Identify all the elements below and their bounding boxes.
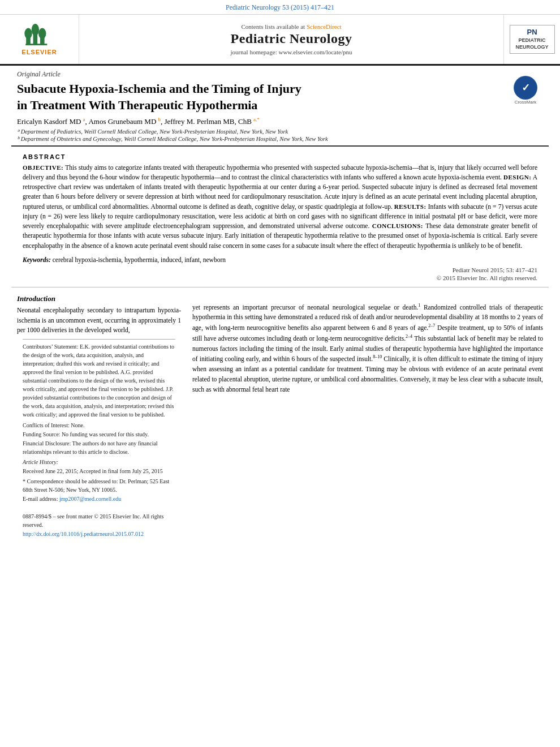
left-column: Introduction Neonatal encephalopathy sec… <box>11 290 187 542</box>
footnotes: Contributors’ Statement: E.K. provided s… <box>23 339 175 538</box>
contributors-note: Contributors’ Statement: E.K. provided s… <box>23 342 175 419</box>
article-title: Subacute Hypoxia-Ischemia and the Timing… <box>17 81 543 113</box>
keywords-label: Keywords: <box>23 256 51 263</box>
received-note: Received June 22, 2015; Accepted in fina… <box>23 467 175 475</box>
authors-line: Ericalyn Kasdorf MD a, Amos Grunebaum MD… <box>17 113 543 127</box>
crossmark-badge[interactable]: ✓ CrossMark <box>514 76 537 105</box>
journal-header: ELSEVIER Contents lists available at Sci… <box>0 15 560 66</box>
ref2-7: 2–7 <box>428 323 435 328</box>
neurology-label: NEUROLOGY <box>512 44 552 51</box>
affiliations: ᵃ Department of Pediatrics, Weill Cornel… <box>17 128 543 142</box>
affil-sup-b: b <box>158 117 161 122</box>
journal-citation-text: Pediatric Neurology 53 (2015) 417–421 <box>226 3 334 11</box>
article-history-label: Article History: <box>23 458 175 466</box>
elsevier-tree-icon <box>23 24 57 46</box>
sciencedirect-link[interactable]: ScienceDirect <box>307 23 342 30</box>
abstract-title: ABSTRACT <box>23 153 537 160</box>
objective-text: This study aims to categorize infants tr… <box>23 164 537 181</box>
body-two-col: Introduction Neonatal encephalopathy sec… <box>0 290 560 542</box>
article-header-block: ✓ CrossMark Original Article Subacute Hy… <box>0 66 560 142</box>
elsevier-logo-section: ELSEVIER <box>0 15 79 64</box>
affil-sup-a: a <box>83 117 85 122</box>
svg-text:✓: ✓ <box>522 82 530 93</box>
svg-rect-6 <box>25 44 47 45</box>
journal-logo-box: PN PEDIATRIC NEUROLOGY <box>510 25 555 53</box>
introduction-title: Introduction <box>17 294 181 303</box>
article-type: Original Article <box>17 70 543 79</box>
ref2-4: 2–4 <box>406 334 412 339</box>
intro-left-text: Neonatal encephalopathy secondary to int… <box>17 306 181 336</box>
issn-note: 0887-8994/$ – see front matter © 2015 El… <box>23 512 175 529</box>
pediatric-label: PEDIATRIC <box>512 37 552 44</box>
email-link[interactable]: jmp2007@med.cornell.edu <box>59 496 121 502</box>
keywords-text: cerebral hypoxia-ischemia, hypothermia, … <box>51 256 226 263</box>
affil-b: ᵇ Department of Obstetrics and Gynecolog… <box>17 135 543 142</box>
conclusions-label: CONCLUSIONS: <box>372 222 423 229</box>
pn-logo-text: PN <box>512 28 552 37</box>
homepage-line: journal homepage: www.elsevier.com/locat… <box>231 49 352 55</box>
financial-note: Financial Disclosure: The authors do not… <box>23 439 175 456</box>
keywords-line: Keywords: cerebral hypoxia-ischemia, hyp… <box>0 254 560 265</box>
affil-sup-star: * <box>257 117 260 122</box>
contents-label: Contents lists available at <box>241 23 306 30</box>
email-note: E-mail address: jmp2007@med.cornell.edu <box>23 495 175 503</box>
svg-point-1 <box>24 28 32 38</box>
design-label: DESIGN: <box>503 174 531 181</box>
email-label: E-mail address: <box>23 496 58 502</box>
results-label: RESULTS: <box>394 203 427 210</box>
copyright-line: © 2015 Elsevier Inc. All rights reserved… <box>0 274 560 285</box>
crossmark-icon: ✓ <box>514 76 537 100</box>
journal-right-section: PN PEDIATRIC NEUROLOGY <box>503 15 560 64</box>
objective-label: OBJECTIVE: <box>23 164 63 171</box>
divider-before-body <box>11 287 549 287</box>
journal-center-section: Contents lists available at ScienceDirec… <box>79 15 503 64</box>
abstract-text: OBJECTIVE: This study aims to categorize… <box>23 163 537 251</box>
intro-left-content: Neonatal encephalopathy secondary to int… <box>17 307 181 334</box>
funding-note: Funding Source: No funding was secured f… <box>23 430 175 439</box>
ref1: 1 <box>418 303 420 308</box>
affil-a: ᵃ Department of Pediatrics, Weill Cornel… <box>17 128 543 135</box>
intro-right-content: yet represents an important precursor of… <box>192 304 543 393</box>
correspondence-note: * Correspondence should be addressed to:… <box>23 477 175 494</box>
ref8-10: 8–10 <box>373 354 382 359</box>
svg-point-5 <box>38 28 46 38</box>
citation-line: Pediatr Neurol 2015; 53: 417–421 <box>0 265 560 274</box>
conflicts-note: Conflicts of Interest: None. <box>23 421 175 430</box>
svg-point-3 <box>31 24 38 36</box>
journal-citation-bar: Pediatric Neurology 53 (2015) 417–421 <box>0 0 560 15</box>
section-divider-thick <box>11 145 549 147</box>
doi-note: http://dx.doi.org/10.1016/j.pediatrneuro… <box>23 530 175 538</box>
journal-name: Pediatric Neurology <box>230 31 352 46</box>
article-meta: ✓ CrossMark Original Article Subacute Hy… <box>0 66 560 142</box>
doi-link[interactable]: http://dx.doi.org/10.1016/j.pediatrneuro… <box>23 531 144 537</box>
intro-right-text: yet represents an important precursor of… <box>192 302 543 395</box>
abstract-section: ABSTRACT OBJECTIVE: This study aims to c… <box>0 150 560 254</box>
right-column: yet represents an important precursor of… <box>187 290 549 542</box>
sciencedirect-line: Contents lists available at ScienceDirec… <box>241 23 341 30</box>
crossmark-label: CrossMark <box>514 100 537 105</box>
elsevier-label: ELSEVIER <box>21 49 57 55</box>
